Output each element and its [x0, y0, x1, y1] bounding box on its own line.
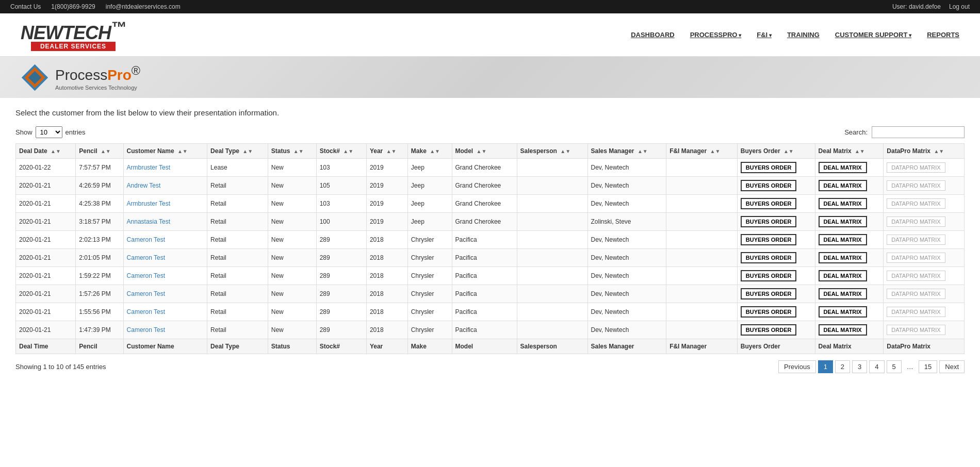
cell-datapro-matrix[interactable]: DATAPRO MATRIX	[884, 321, 965, 339]
datapro-matrix-button[interactable]: DATAPRO MATRIX	[887, 271, 945, 281]
col-buyers-order[interactable]: Buyers Order ▲▼	[737, 144, 815, 159]
deal-matrix-button[interactable]: DEAL MATRIX	[819, 216, 867, 227]
nav-dashboard[interactable]: DASHBOARD	[631, 31, 675, 39]
cell-buyers-order[interactable]: BUYERS ORDER	[737, 177, 815, 195]
cell-customer-name[interactable]: Annastasia Test	[123, 213, 207, 231]
cell-deal-matrix[interactable]: DEAL MATRIX	[815, 213, 884, 231]
table-row[interactable]: 2020-01-21 1:55:56 PM Cameron Test Retai…	[16, 303, 965, 321]
nav-reports[interactable]: REPORTS	[927, 31, 959, 39]
buyers-order-button[interactable]: BUYERS ORDER	[741, 288, 797, 299]
cell-customer-name[interactable]: Cameron Test	[123, 285, 207, 303]
cell-datapro-matrix[interactable]: DATAPRO MATRIX	[884, 303, 965, 321]
deal-matrix-button[interactable]: DEAL MATRIX	[819, 234, 867, 245]
col-deal-date[interactable]: Deal Date ▲▼	[16, 144, 76, 159]
nav-customer-support[interactable]: CUSTOMER SUPPORT	[835, 31, 911, 39]
deal-matrix-button[interactable]: DEAL MATRIX	[819, 324, 867, 336]
cell-deal-matrix[interactable]: DEAL MATRIX	[815, 159, 884, 177]
col-sales-manager[interactable]: Sales Manager ▲▼	[587, 144, 666, 159]
col-make[interactable]: Make ▲▼	[407, 144, 452, 159]
table-row[interactable]: 2020-01-21 1:59:22 PM Cameron Test Retai…	[16, 267, 965, 285]
datapro-matrix-button[interactable]: DATAPRO MATRIX	[887, 235, 945, 245]
nav-processpro[interactable]: PROCESSPRO	[690, 31, 742, 39]
cell-buyers-order[interactable]: BUYERS ORDER	[737, 195, 815, 213]
cell-buyers-order[interactable]: BUYERS ORDER	[737, 213, 815, 231]
email-link[interactable]: info@ntdealerservices.com	[106, 3, 181, 10]
buyers-order-button[interactable]: BUYERS ORDER	[741, 252, 797, 263]
page-5-button[interactable]: 5	[887, 360, 902, 373]
search-input[interactable]	[872, 126, 965, 138]
table-row[interactable]: 2020-01-21 4:25:38 PM Armbruster Test Re…	[16, 195, 965, 213]
logout-link[interactable]: Log out	[949, 3, 970, 10]
col-year[interactable]: Year ▲▼	[366, 144, 407, 159]
deal-matrix-button[interactable]: DEAL MATRIX	[819, 198, 867, 209]
prev-button[interactable]: Previous	[778, 360, 816, 373]
datapro-matrix-button[interactable]: DATAPRO MATRIX	[887, 289, 945, 299]
cell-datapro-matrix[interactable]: DATAPRO MATRIX	[884, 249, 965, 267]
deal-matrix-button[interactable]: DEAL MATRIX	[819, 306, 867, 318]
table-row[interactable]: 2020-01-21 1:47:39 PM Cameron Test Retai…	[16, 321, 965, 339]
page-15-button[interactable]: 15	[919, 360, 937, 373]
table-row[interactable]: 2020-01-21 2:01:05 PM Cameron Test Retai…	[16, 249, 965, 267]
cell-datapro-matrix[interactable]: DATAPRO MATRIX	[884, 177, 965, 195]
cell-deal-matrix[interactable]: DEAL MATRIX	[815, 303, 884, 321]
cell-datapro-matrix[interactable]: DATAPRO MATRIX	[884, 213, 965, 231]
next-button[interactable]: Next	[939, 360, 965, 373]
cell-customer-name[interactable]: Cameron Test	[123, 321, 207, 339]
col-customer-name[interactable]: Customer Name ▲▼	[123, 144, 207, 159]
table-row[interactable]: 2020-01-21 1:57:26 PM Cameron Test Retai…	[16, 285, 965, 303]
cell-deal-matrix[interactable]: DEAL MATRIX	[815, 267, 884, 285]
deal-matrix-button[interactable]: DEAL MATRIX	[819, 270, 867, 281]
cell-buyers-order[interactable]: BUYERS ORDER	[737, 231, 815, 249]
deal-matrix-button[interactable]: DEAL MATRIX	[819, 180, 867, 191]
deal-matrix-button[interactable]: DEAL MATRIX	[819, 252, 867, 263]
cell-datapro-matrix[interactable]: DATAPRO MATRIX	[884, 267, 965, 285]
nav-fni[interactable]: F&I	[757, 31, 772, 39]
page-2-button[interactable]: 2	[835, 360, 850, 373]
buyers-order-button[interactable]: BUYERS ORDER	[741, 306, 797, 318]
buyers-order-button[interactable]: BUYERS ORDER	[741, 216, 797, 227]
buyers-order-button[interactable]: BUYERS ORDER	[741, 234, 797, 245]
table-row[interactable]: 2020-01-22 7:57:57 PM Armbruster Test Le…	[16, 159, 965, 177]
cell-buyers-order[interactable]: BUYERS ORDER	[737, 321, 815, 339]
cell-datapro-matrix[interactable]: DATAPRO MATRIX	[884, 231, 965, 249]
buyers-order-button[interactable]: BUYERS ORDER	[741, 198, 797, 209]
cell-buyers-order[interactable]: BUYERS ORDER	[737, 285, 815, 303]
page-3-button[interactable]: 3	[852, 360, 867, 373]
datapro-matrix-button[interactable]: DATAPRO MATRIX	[887, 180, 945, 191]
cell-customer-name[interactable]: Cameron Test	[123, 303, 207, 321]
datapro-matrix-button[interactable]: DATAPRO MATRIX	[887, 162, 945, 173]
phone-link[interactable]: 1(800)869-9929	[51, 3, 95, 10]
deal-matrix-button[interactable]: DEAL MATRIX	[819, 288, 867, 299]
cell-customer-name[interactable]: Cameron Test	[123, 249, 207, 267]
col-stock[interactable]: Stock# ▲▼	[316, 144, 366, 159]
cell-deal-matrix[interactable]: DEAL MATRIX	[815, 231, 884, 249]
table-row[interactable]: 2020-01-21 3:18:57 PM Annastasia Test Re…	[16, 213, 965, 231]
cell-deal-matrix[interactable]: DEAL MATRIX	[815, 195, 884, 213]
page-1-button[interactable]: 1	[818, 360, 833, 373]
col-datapro-matrix[interactable]: DataPro Matrix ▲▼	[884, 144, 965, 159]
datapro-matrix-button[interactable]: DATAPRO MATRIX	[887, 253, 945, 263]
entries-select[interactable]: 10 25 50 100	[36, 126, 62, 138]
cell-deal-matrix[interactable]: DEAL MATRIX	[815, 285, 884, 303]
table-row[interactable]: 2020-01-21 4:26:59 PM Andrew Test Retail…	[16, 177, 965, 195]
cell-buyers-order[interactable]: BUYERS ORDER	[737, 303, 815, 321]
cell-buyers-order[interactable]: BUYERS ORDER	[737, 267, 815, 285]
col-fni-manager[interactable]: F&I Manager ▲▼	[666, 144, 738, 159]
datapro-matrix-button[interactable]: DATAPRO MATRIX	[887, 198, 945, 209]
col-model[interactable]: Model ▲▼	[452, 144, 517, 159]
datapro-matrix-button[interactable]: DATAPRO MATRIX	[887, 325, 945, 335]
col-status[interactable]: Status ▲▼	[268, 144, 316, 159]
table-row[interactable]: 2020-01-21 2:02:13 PM Cameron Test Retai…	[16, 231, 965, 249]
buyers-order-button[interactable]: BUYERS ORDER	[741, 162, 797, 173]
buyers-order-button[interactable]: BUYERS ORDER	[741, 324, 797, 336]
col-deal-type[interactable]: Deal Type ▲▼	[207, 144, 268, 159]
cell-deal-matrix[interactable]: DEAL MATRIX	[815, 177, 884, 195]
cell-datapro-matrix[interactable]: DATAPRO MATRIX	[884, 159, 965, 177]
cell-deal-matrix[interactable]: DEAL MATRIX	[815, 321, 884, 339]
col-deal-matrix[interactable]: Deal Matrix ▲▼	[815, 144, 884, 159]
nav-training[interactable]: TRAINING	[787, 31, 820, 39]
buyers-order-button[interactable]: BUYERS ORDER	[741, 180, 797, 191]
cell-customer-name[interactable]: Cameron Test	[123, 267, 207, 285]
cell-buyers-order[interactable]: BUYERS ORDER	[737, 159, 815, 177]
cell-customer-name[interactable]: Cameron Test	[123, 231, 207, 249]
